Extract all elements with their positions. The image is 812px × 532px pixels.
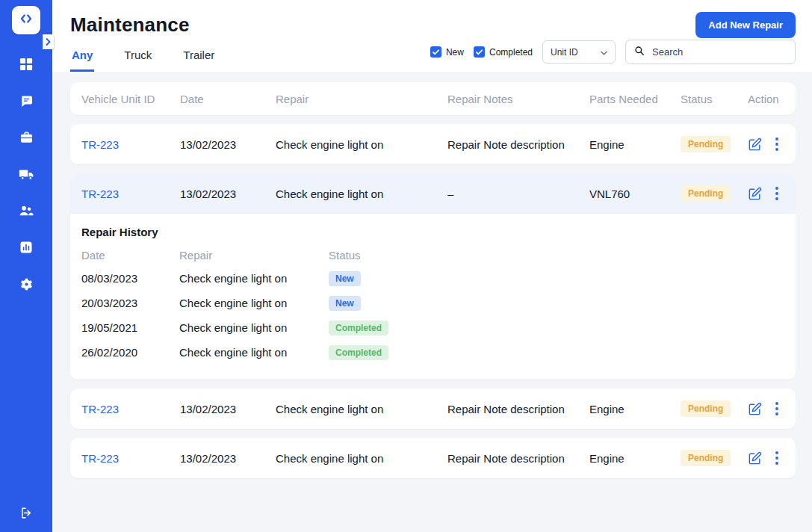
- history-column-date: Date: [81, 249, 179, 262]
- edit-repair-button[interactable]: [748, 187, 762, 201]
- repair-notes-cell: Repair Note description: [447, 403, 589, 415]
- truck-icon: [19, 167, 34, 185]
- logout-icon: [19, 506, 34, 523]
- history-repair-cell: Check engine light on: [179, 272, 329, 285]
- sidebar-item-drivers[interactable]: [17, 203, 35, 221]
- action-cell: [748, 137, 796, 152]
- sidebar-nav: [17, 57, 35, 294]
- new-filter-checkbox[interactable]: New: [430, 46, 464, 58]
- sidebar-item-logout[interactable]: [17, 505, 35, 523]
- sidebar-expand-button[interactable]: [43, 34, 54, 49]
- unit-id-link[interactable]: TR-223: [81, 452, 180, 465]
- repair-history-row: 20/03/2023 Check engine light on New: [81, 291, 784, 315]
- history-date-cell: 08/03/2023: [81, 272, 179, 285]
- column-header-action: Action: [748, 93, 796, 105]
- edit-note-icon: [748, 451, 762, 466]
- tab-trailer[interactable]: Trailer: [182, 40, 216, 72]
- brand-logo[interactable]: [12, 6, 40, 34]
- chevron-down-icon: [601, 47, 607, 58]
- date-cell: 13/02/2023: [180, 138, 276, 151]
- table-row[interactable]: TR-223 13/02/2023 Check engine light on …: [70, 389, 796, 429]
- parts-needed-cell: Engine: [589, 452, 681, 465]
- status-badge: Pending: [681, 400, 731, 417]
- repair-notes-cell: –: [447, 188, 589, 200]
- unit-id-dropdown-value: Unit ID: [551, 47, 578, 58]
- repair-cell: Check engine light on: [276, 452, 447, 465]
- history-date-cell: 26/02/2020: [81, 346, 179, 359]
- unit-id-link[interactable]: TR-223: [81, 188, 180, 200]
- table-row-expanded[interactable]: TR-223 13/02/2023 Check engine light on …: [70, 173, 796, 214]
- new-filter-label: New: [446, 47, 464, 58]
- kebab-menu-icon: [775, 137, 778, 151]
- repair-notes-cell: Repair Note description: [447, 452, 589, 465]
- maintenance-table: Vehicle Unit ID Date Repair Repair Notes…: [52, 72, 812, 532]
- parts-needed-cell: Engine: [589, 403, 681, 415]
- unit-id-dropdown[interactable]: Unit ID: [542, 40, 616, 64]
- row-menu-button[interactable]: [775, 137, 778, 151]
- drivers-icon: [19, 203, 34, 221]
- column-header-parts-needed: Parts Needed: [589, 93, 681, 105]
- action-cell: [748, 187, 796, 201]
- sidebar-item-settings[interactable]: [17, 276, 35, 294]
- sidebar-item-fleet[interactable]: [17, 167, 35, 185]
- sidebar-item-jobs[interactable]: [17, 130, 35, 148]
- repair-history-row: 19/05/2021 Check engine light on Complet…: [81, 315, 784, 340]
- repair-cell: Check engine light on: [276, 138, 447, 151]
- unit-id-link[interactable]: TR-223: [81, 138, 180, 151]
- status-badge: Completed: [329, 345, 388, 360]
- status-badge: New: [329, 271, 361, 286]
- edit-repair-button[interactable]: [748, 137, 762, 152]
- edit-repair-button[interactable]: [748, 402, 762, 416]
- status-badge: New: [329, 296, 361, 311]
- row-menu-button[interactable]: [775, 187, 778, 200]
- status-cell: Pending: [681, 136, 748, 152]
- kebab-menu-icon: [775, 451, 778, 465]
- search-input[interactable]: [651, 46, 787, 58]
- history-repair-cell: Check engine light on: [179, 346, 329, 359]
- status-cell: Pending: [681, 185, 748, 202]
- search-box: [625, 40, 796, 64]
- date-cell: 13/02/2023: [180, 403, 276, 415]
- sidebar-item-reports[interactable]: [17, 240, 35, 258]
- row-menu-button[interactable]: [775, 451, 778, 465]
- date-cell: 13/02/2023: [180, 188, 276, 200]
- repair-history-row: 08/03/2023 Check engine light on New: [81, 266, 784, 291]
- repair-history-header-row: Date Repair Status: [81, 244, 784, 266]
- briefcase-icon: [19, 131, 34, 148]
- reports-icon: [19, 241, 33, 257]
- kebab-menu-icon: [775, 187, 778, 200]
- tabs-and-filters-row: Any Truck Trailer New Completed Unit ID: [52, 40, 812, 72]
- tab-any[interactable]: Any: [70, 40, 94, 72]
- settings-gear-icon: [19, 277, 34, 294]
- table-row[interactable]: TR-223 13/02/2023 Check engine light on …: [70, 124, 796, 164]
- repair-history-row: 26/02/2020 Check engine light on Complet…: [81, 340, 784, 365]
- completed-filter-checkbox[interactable]: Completed: [474, 46, 533, 58]
- unit-id-link[interactable]: TR-223: [81, 403, 180, 415]
- tab-truck[interactable]: Truck: [123, 40, 153, 72]
- status-badge: Pending: [681, 136, 731, 152]
- sidebar-item-dashboard[interactable]: [17, 57, 35, 75]
- history-column-repair: Repair: [179, 249, 329, 262]
- action-cell: [748, 402, 796, 416]
- edit-repair-button[interactable]: [748, 451, 762, 466]
- history-date-cell: 20/03/2023: [81, 297, 179, 309]
- filter-bar: New Completed Unit ID: [430, 40, 796, 72]
- history-status-cell: Completed: [329, 321, 784, 335]
- edit-note-icon: [748, 402, 762, 416]
- history-repair-cell: Check engine light on: [179, 321, 329, 334]
- history-status-cell: Completed: [329, 345, 784, 360]
- sidebar-item-messages[interactable]: [17, 93, 35, 111]
- history-status-cell: New: [329, 271, 784, 286]
- repair-history-title: Repair History: [81, 226, 784, 238]
- completed-filter-label: Completed: [489, 47, 533, 58]
- add-new-repair-button[interactable]: Add New Repair: [695, 12, 796, 38]
- status-badge: Pending: [681, 450, 731, 466]
- action-cell: [748, 451, 796, 466]
- logo-icon: [19, 12, 33, 28]
- edit-note-icon: [748, 137, 762, 152]
- table-row[interactable]: TR-223 13/02/2023 Check engine light on …: [70, 438, 796, 478]
- row-menu-button[interactable]: [775, 402, 778, 415]
- table-header-row: Vehicle Unit ID Date Repair Repair Notes…: [70, 82, 796, 115]
- column-header-repair: Repair: [276, 93, 447, 105]
- expanded-table-row-group: TR-223 13/02/2023 Check engine light on …: [70, 173, 796, 380]
